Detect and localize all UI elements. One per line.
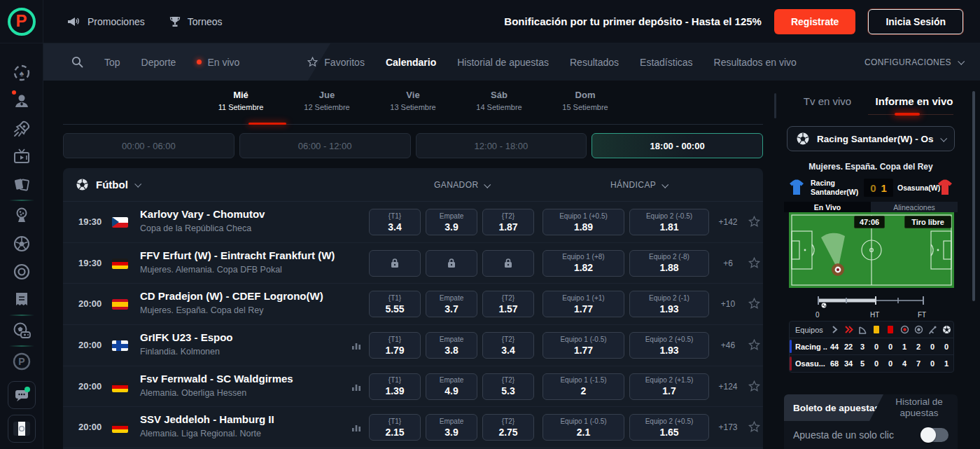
match-link[interactable]: Fsv Fernwald - SC WaldgirmesAlemania. Ob… <box>140 373 346 398</box>
odd-handicap2[interactable]: Equipo 2 (+0.5)1.93 <box>629 332 709 359</box>
market-ganador-dropdown[interactable]: GANADOR <box>434 168 489 202</box>
login-button[interactable]: Inicia Sesión <box>868 9 963 34</box>
slot-00-06[interactable]: 00:00 - 06:00 <box>63 133 234 158</box>
more-markets-link[interactable]: +124 <box>711 382 745 392</box>
rocket-icon[interactable] <box>8 115 36 143</box>
subtab-en-vivo[interactable]: En Vivo <box>784 202 871 212</box>
odd-draw[interactable]: Empate3.8 <box>426 332 477 359</box>
match-link[interactable]: CD Pradejon (W) - CDEF Logrono(W)Mujeres… <box>140 290 346 315</box>
date-tab-thu[interactable]: Jue12 Setiembre <box>284 90 370 121</box>
pinup-mini-icon[interactable]: P <box>8 347 36 375</box>
cards-icon[interactable] <box>8 171 36 199</box>
more-markets-link[interactable]: +173 <box>711 422 745 432</box>
panel-scrollbar[interactable] <box>774 93 776 118</box>
favorite-star-icon[interactable] <box>748 380 761 396</box>
sport-selector[interactable]: Fútbol <box>76 178 140 191</box>
odd-handicap1[interactable]: Equipo 1 (+0.5)1.89 <box>542 209 624 235</box>
search-button[interactable] <box>71 56 83 68</box>
statistics-icon[interactable] <box>351 422 361 435</box>
lottery-icon[interactable] <box>8 202 36 230</box>
date-tab-wed[interactable]: Mié11 Setiembre <box>198 90 284 121</box>
odd-draw[interactable]: Empate3.9 <box>426 414 477 441</box>
odd-draw[interactable]: Empate3.7 <box>426 291 477 317</box>
virtual-sports-icon[interactable] <box>8 317 36 345</box>
odd-draw[interactable]: Empate4.9 <box>426 373 477 400</box>
one-click-bet-toggle[interactable] <box>920 428 948 442</box>
away-row-name: Osasu... <box>790 359 827 368</box>
odd-handicap2[interactable]: Equipo 2 (+0.5)1.65 <box>629 414 709 441</box>
odd-handicap1[interactable]: Equipo 1 (+1)1.77 <box>542 291 624 317</box>
odd-handicap2[interactable]: Equipo 2 (-8)1.88 <box>629 250 709 277</box>
odd-handicap1[interactable]: Equipo 1 (+8)1.82 <box>542 250 624 277</box>
subtab-alineaciones[interactable]: Alineaciones <box>871 202 958 212</box>
nav-favoritos[interactable]: Favoritos <box>307 56 365 68</box>
tournaments-link[interactable]: Torneos <box>169 15 223 28</box>
nav-top[interactable]: Top <box>104 57 120 68</box>
nav-deporte[interactable]: Deporte <box>141 57 176 68</box>
favorite-star-icon[interactable] <box>748 256 761 272</box>
brand-logo[interactable]: P <box>0 0 43 43</box>
odd-locked <box>482 250 534 277</box>
odd-handicap1[interactable]: Equipo 1 (-0.5)1.77 <box>542 332 624 359</box>
nav-en-vivo[interactable]: En vivo <box>197 57 239 68</box>
odd-t1[interactable]: {T1}3.4 <box>369 209 421 235</box>
nav-resultados-en-vivo[interactable]: Resultados en vivo <box>714 57 797 68</box>
odd-t2[interactable]: {T2}3.4 <box>482 332 534 359</box>
more-markets-link[interactable]: +46 <box>711 340 745 350</box>
target-icon[interactable] <box>8 258 36 286</box>
odd-t1[interactable]: {T1}1.39 <box>369 373 421 400</box>
odd-t2[interactable]: {T2}5.3 <box>482 373 534 400</box>
market-handicap-dropdown[interactable]: HÁNDICAP <box>610 168 667 202</box>
settings-dropdown[interactable]: CONFIGURACIONES <box>864 57 963 67</box>
favorite-star-icon[interactable] <box>748 338 761 354</box>
date-tab-sat[interactable]: Sáb14 Setiembre <box>456 90 542 121</box>
odd-handicap2[interactable]: Equipo 2 (-1)1.93 <box>629 291 709 317</box>
odd-t2[interactable]: {T2}1.87 <box>482 209 534 235</box>
support-chat-button[interactable] <box>8 381 36 409</box>
odd-handicap2[interactable]: Equipo 2 (-0.5)1.81 <box>629 209 709 235</box>
live-dealer-icon[interactable] <box>8 87 36 115</box>
favorite-star-icon[interactable] <box>748 215 761 231</box>
tab-historial-de-apuestas[interactable]: Historial de apuestas <box>883 394 958 421</box>
date-tab-sun[interactable]: Dom15 Setiembre <box>542 90 629 121</box>
football-icon[interactable] <box>8 230 36 258</box>
match-link[interactable]: SSV Jeddeloh - Hamburg IIAlemania. Liga … <box>140 413 346 438</box>
promo-widget-button[interactable] <box>8 415 36 443</box>
tv-games-icon[interactable] <box>8 143 36 171</box>
tab-boleto-de-apuestas[interactable]: Boleto de apuestas <box>784 394 883 421</box>
coupon-icon[interactable] <box>8 286 36 314</box>
slot-12-18[interactable]: 12:00 - 18:00 <box>416 133 587 158</box>
odd-handicap1[interactable]: Equipo 1 (-1.5)2 <box>542 373 624 400</box>
favorite-star-icon[interactable] <box>748 297 761 313</box>
live-match-selector[interactable]: Racing Santander(W) - Os... <box>787 126 955 151</box>
odd-t1[interactable]: {T1}2.15 <box>369 414 421 441</box>
match-link[interactable]: GrIFK U23 - EspooFinlandia. Kolmonen <box>140 331 346 357</box>
match-link[interactable]: Karlovy Vary - ChomutovCopa de la Repúbl… <box>140 208 346 233</box>
nav-estadisticas[interactable]: Estadísticas <box>640 57 692 68</box>
match-link[interactable]: FFV Erfurt (W) - Eintracht Frankfurt (W)… <box>140 249 346 275</box>
register-button[interactable]: Registrate <box>774 9 855 34</box>
favorite-star-icon[interactable] <box>748 420 761 436</box>
page-scrollbar[interactable] <box>972 91 975 301</box>
statistics-icon[interactable] <box>351 382 361 394</box>
odd-handicap1[interactable]: Equipo 1 (-0.5)2.1 <box>542 414 624 441</box>
nav-calendario[interactable]: Calendario <box>386 57 436 68</box>
tab-tv-en-vivo[interactable]: Tv en vivo <box>784 95 871 116</box>
odd-t1[interactable]: {T1}1.79 <box>369 332 421 359</box>
date-tab-fri[interactable]: Vie13 Setiembre <box>370 90 456 121</box>
odd-t2[interactable]: {T2}2.75 <box>482 414 534 441</box>
more-markets-link[interactable]: +6 <box>711 258 745 268</box>
nav-resultados[interactable]: Resultados <box>570 57 619 68</box>
odd-handicap2[interactable]: Equipo 2 (+1.5)1.7 <box>629 373 709 400</box>
odd-t2[interactable]: {T2}1.57 <box>482 291 534 317</box>
odd-draw[interactable]: Empate3.9 <box>426 209 477 235</box>
casino-chip-icon[interactable]: ♠ <box>8 59 36 87</box>
more-markets-link[interactable]: +142 <box>711 217 745 227</box>
nav-historial[interactable]: Historial de apuestas <box>457 57 549 68</box>
promotions-link[interactable]: Promociones <box>67 15 145 28</box>
slot-06-12[interactable]: 06:00 - 12:00 <box>239 133 411 158</box>
slot-18-00[interactable]: 18:00 - 00:00 <box>592 133 763 158</box>
statistics-icon[interactable] <box>351 340 361 353</box>
odd-t1[interactable]: {T1}5.55 <box>369 291 421 317</box>
more-markets-link[interactable]: +10 <box>711 299 745 309</box>
